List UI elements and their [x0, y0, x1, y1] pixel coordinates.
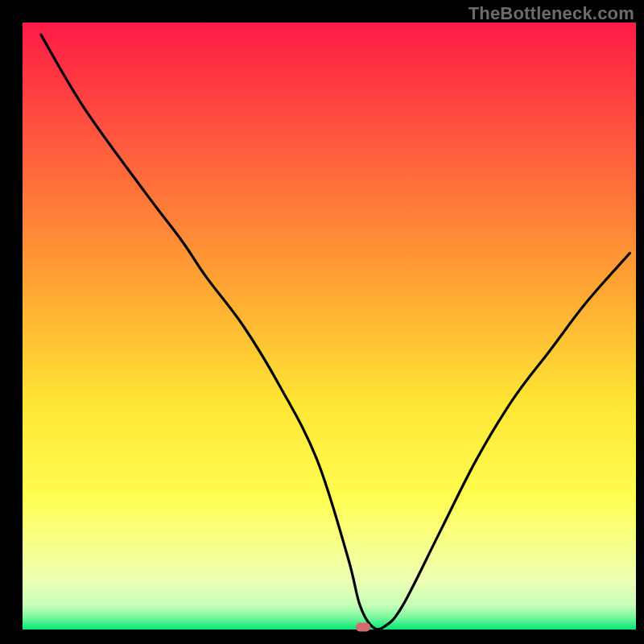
min-marker [356, 622, 370, 631]
plot-area [23, 23, 636, 630]
chart-svg [0, 0, 644, 644]
watermark-text: TheBottleneck.com [469, 3, 634, 24]
chart-container: TheBottleneck.com [0, 0, 644, 644]
svg-rect-1 [23, 23, 636, 630]
